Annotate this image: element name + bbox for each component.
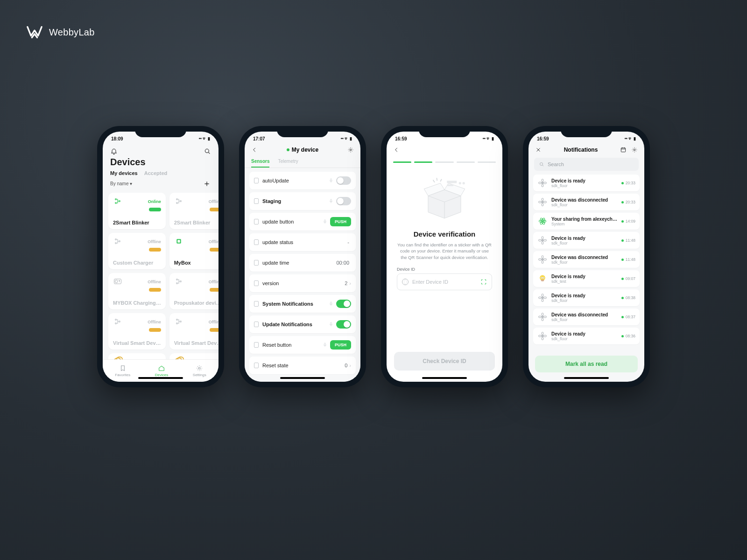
svg-point-23 [180,321,181,322]
mark-all-read-button[interactable]: Mark all as read [535,356,638,372]
svg-point-53 [542,256,543,259]
device-card[interactable]: Offline 2Smart Blinker [169,193,218,229]
svg-point-73 [542,335,543,337]
calendar-icon[interactable] [620,147,627,153]
device-card[interactable]: Offline [169,353,218,359]
search-input[interactable]: Search [534,158,639,171]
push-button[interactable]: PUSH [330,217,351,226]
notification-time: 11:48 [621,238,635,243]
device-status: Online [148,199,161,204]
search-placeholder: Search [548,161,564,167]
notification-row[interactable]: Your sharing from alexeychupilko@gm… Sys… [533,213,640,230]
device-name: Custom Charger [113,260,161,266]
status-pill [210,208,218,211]
sensor-row[interactable]: update time 00:00 [249,254,356,272]
phone-devices: 18:09 ••ᯤ▮ Devices My devices Accepted B… [97,126,224,387]
push-button[interactable]: PUSH [330,340,351,350]
chevron-right-icon: › [349,280,351,286]
flower-icon [538,178,547,188]
add-device-button[interactable]: ＋ [203,178,211,189]
notification-time: 14:09 [621,219,635,224]
sensor-label: update button [262,219,323,224]
device-name: Propuskator devi… [174,300,218,306]
device-card[interactable]: Offline MyBox [169,233,218,269]
device-card[interactable]: Offline MYBOX Charging… [108,273,166,309]
toggle-switch[interactable] [336,176,351,185]
nav-devices[interactable]: Devices [155,364,168,377]
notification-row[interactable]: Device is ready sdk_floor 08:36 [533,328,640,344]
device-box-icon [175,238,183,245]
mic-icon [329,178,333,183]
device-card[interactable]: Offline Virtual Smart Dev… [108,313,166,350]
toggle-switch[interactable] [336,300,351,308]
flower-icon [538,197,547,207]
svg-point-21 [176,319,177,321]
qr-scan-icon[interactable] [480,279,487,285]
sensor-row[interactable]: Staging [249,192,356,210]
notification-title: Device was disconnected [551,312,618,317]
device-status: Offline [209,199,218,204]
notification-row[interactable]: Device was disconnected sdk_floor 11:48 [533,251,640,268]
svg-point-34 [542,179,543,182]
search-icon[interactable] [204,147,211,155]
device-card[interactable]: Offline Custom Charger [108,233,166,269]
svg-point-0 [205,149,209,153]
notification-row[interactable]: Device was disconnected sdk_floor 20:33 [533,194,640,210]
device-name: 2Smart Blinker [113,220,161,225]
notification-row[interactable]: Device is ready sdk_floor 11:48 [533,232,640,249]
sensor-row[interactable]: Reset button PUSH [249,336,356,354]
avatar-icon [538,274,547,283]
back-icon[interactable] [393,147,400,153]
device-charger-icon [114,278,121,285]
bell-icon[interactable] [110,147,118,155]
device-tree-icon [175,197,183,205]
device-status: Offline [209,239,218,244]
notification-row[interactable]: Device was disconnected sdk_floor 08:37 [533,308,640,325]
device-id-input[interactable]: Enter Device ID [397,273,492,290]
tab-accepted[interactable]: Accepted [144,170,168,176]
notification-row[interactable]: Device is ready sdk_floor 20:33 [533,175,640,191]
device-card[interactable]: Offline Virtual Smart Dev… [169,313,218,350]
tab-my-devices[interactable]: My devices [110,170,138,176]
gear-icon[interactable] [631,147,638,153]
notification-row[interactable]: Device is ready sdk_test 09:07 [533,270,640,287]
notification-subtitle: sdk_floor [551,336,618,341]
device-card[interactable]: Offline Propuskator devi… [169,273,218,309]
back-icon[interactable] [251,147,258,153]
progress-steps [387,159,502,172]
toggle-switch[interactable] [336,197,351,205]
webbylab-logo-icon [26,23,43,41]
svg-point-41 [539,201,542,203]
notification-row[interactable]: Device is ready sdk_floor 08:38 [533,289,640,306]
toggle-switch[interactable] [336,320,351,329]
svg-point-68 [542,316,543,318]
tab-telemetry[interactable]: Telemetry [278,156,298,168]
house-icon [158,364,165,372]
sensor-row[interactable]: Update Notifications [249,315,356,333]
check-device-id-button[interactable]: Check Device ID [394,352,495,371]
device-card[interactable]: Offline [108,353,166,359]
tab-sensors[interactable]: Sensors [251,156,269,168]
device-id-label: Device ID [397,267,415,272]
status-time: 17:07 [253,136,265,141]
close-icon[interactable] [535,147,542,153]
nav-favorites[interactable]: Favorites [115,364,130,377]
unread-dot-icon [621,316,624,318]
flower-icon [538,236,547,245]
svg-point-29 [463,182,465,184]
sensor-row[interactable]: Reset state 0› [249,357,356,374]
svg-point-37 [544,182,547,184]
sensor-row[interactable]: autoUpdate [249,172,356,189]
sensor-row[interactable]: version 2› [249,274,356,292]
sensor-label: Update Notifications [262,322,329,327]
device-card[interactable]: Online 2Smart Blinker [108,193,166,229]
sensor-row[interactable]: update button PUSH [249,213,356,231]
sensor-row[interactable]: update status - [249,233,356,251]
nav-settings[interactable]: Settings [193,364,206,377]
sort-selector[interactable]: By name ▾ [110,181,132,186]
sensor-row[interactable]: System Notifications [249,295,356,313]
mic-icon [323,219,327,224]
notification-subtitle: sdk_floor [551,298,618,303]
gear-icon[interactable] [347,147,354,153]
bookmark-icon [254,178,259,183]
